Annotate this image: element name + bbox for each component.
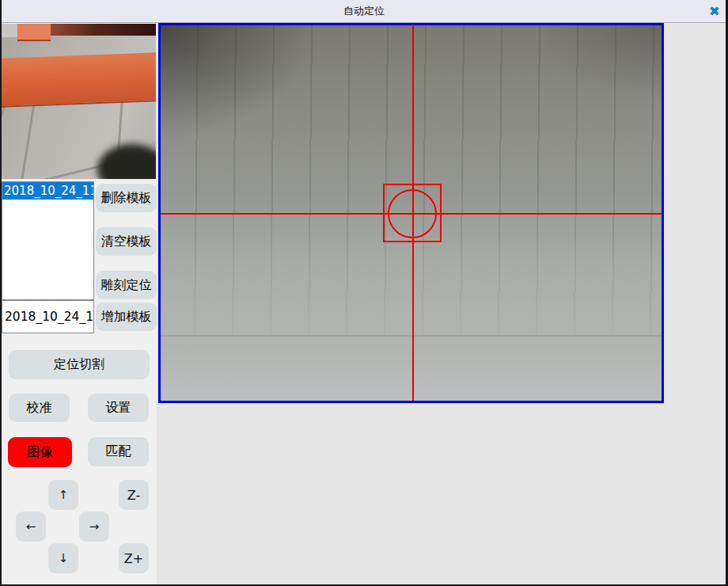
- window-border-left: [0, 0, 2, 586]
- settings-button[interactable]: 设置: [88, 394, 149, 422]
- add-template-button[interactable]: 增加模板: [96, 303, 157, 331]
- engrave-position-button[interactable]: 雕刻定位: [96, 271, 157, 299]
- jog-z-minus-button[interactable]: Z-: [119, 480, 149, 510]
- position-cut-button[interactable]: 定位切割: [9, 350, 150, 379]
- window-title: 自动定位: [0, 0, 728, 22]
- jog-left-button[interactable]: ←: [16, 512, 46, 542]
- template-list[interactable]: 2018_10_24_11: [2, 181, 94, 300]
- match-button[interactable]: 匹配: [88, 437, 149, 466]
- template-name-input[interactable]: [2, 300, 94, 333]
- template-list-item[interactable]: 2018_10_24_11: [2, 182, 93, 200]
- image-button[interactable]: 图像: [8, 437, 72, 467]
- jog-up-button[interactable]: ↑: [48, 480, 78, 510]
- dark-red-edge: [45, 24, 156, 36]
- roi-circle: [388, 189, 437, 238]
- titlebar: 自动定位 ✖: [0, 0, 728, 23]
- template-name-field-wrap: [2, 300, 94, 333]
- camera-view[interactable]: [158, 23, 664, 403]
- close-icon: ✖: [709, 3, 720, 19]
- orange-corner-block: [17, 24, 51, 41]
- close-button[interactable]: ✖: [709, 0, 720, 22]
- jog-z-plus-button[interactable]: Z+: [119, 543, 149, 573]
- orange-beam: [2, 52, 156, 108]
- jog-down-button[interactable]: ↓: [48, 543, 78, 573]
- jog-right-button[interactable]: →: [79, 512, 109, 542]
- camera-preview-thumbnail: [2, 24, 156, 179]
- auto-position-window: 自动定位 ✖ 2018_10_24_11 删除模板 清空模板 雕刻定位 增加模板…: [0, 0, 728, 586]
- calibrate-button[interactable]: 校准: [9, 394, 70, 422]
- delete-template-button[interactable]: 删除模板: [96, 184, 157, 212]
- clear-templates-button[interactable]: 清空模板: [96, 227, 157, 256]
